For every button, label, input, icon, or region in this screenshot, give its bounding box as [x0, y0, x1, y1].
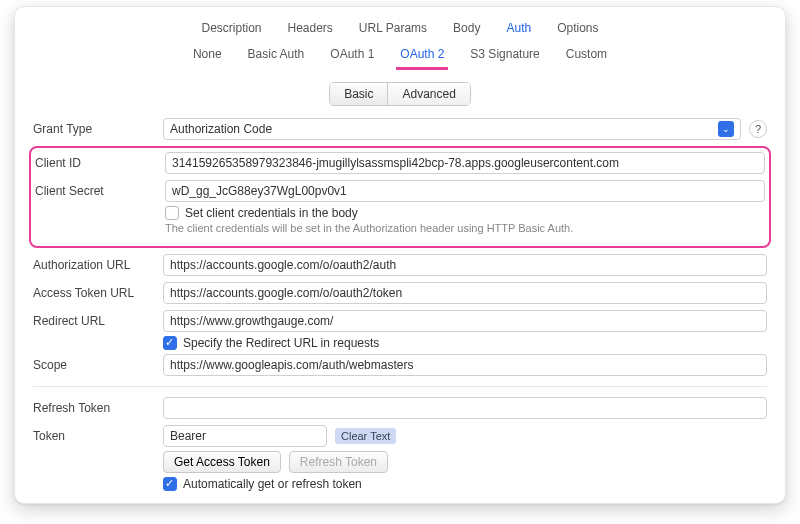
- tab-body[interactable]: Body: [449, 19, 484, 41]
- grant-type-help-icon[interactable]: ?: [749, 120, 767, 138]
- clear-text-button[interactable]: Clear Text: [335, 428, 396, 444]
- creds-hint: The client credentials will be set in th…: [165, 222, 765, 234]
- tab-description[interactable]: Description: [197, 19, 265, 41]
- set-creds-in-body-checkbox[interactable]: [165, 206, 179, 220]
- auth-tab-oauth1[interactable]: OAuth 1: [326, 45, 378, 70]
- token-type-input[interactable]: [163, 425, 327, 447]
- scope-input[interactable]: [163, 354, 767, 376]
- access-token-url-label: Access Token URL: [33, 286, 153, 300]
- grant-type-value: Authorization Code: [170, 122, 272, 136]
- auth-tab-custom[interactable]: Custom: [562, 45, 611, 70]
- oauth-config-panel: Description Headers URL Params Body Auth…: [14, 6, 786, 504]
- grant-type-select[interactable]: Authorization Code ⌄: [163, 118, 741, 140]
- tab-url-params[interactable]: URL Params: [355, 19, 431, 41]
- tab-headers[interactable]: Headers: [284, 19, 337, 41]
- client-secret-label: Client Secret: [35, 184, 155, 198]
- authorization-url-input[interactable]: [163, 254, 767, 276]
- specify-redirect-checkbox[interactable]: [163, 336, 177, 350]
- grant-type-label: Grant Type: [33, 122, 153, 136]
- segment-basic[interactable]: Basic: [330, 83, 387, 105]
- client-credentials-highlight: Client ID Client Secret Set client crede…: [29, 146, 771, 248]
- refresh-token-label: Refresh Token: [33, 401, 153, 415]
- redirect-url-label: Redirect URL: [33, 314, 153, 328]
- auth-tab-none[interactable]: None: [189, 45, 226, 70]
- auth-tab-s3[interactable]: S3 Signature: [466, 45, 543, 70]
- redirect-url-input[interactable]: [163, 310, 767, 332]
- auth-tab-basic[interactable]: Basic Auth: [244, 45, 309, 70]
- client-id-input[interactable]: [165, 152, 765, 174]
- mode-segment: Basic Advanced: [329, 82, 471, 106]
- auth-subtabs: None Basic Auth OAuth 1 OAuth 2 S3 Signa…: [15, 45, 785, 74]
- specify-redirect-label: Specify the Redirect URL in requests: [183, 336, 379, 350]
- auto-refresh-label: Automatically get or refresh token: [183, 477, 362, 491]
- authorization-url-label: Authorization URL: [33, 258, 153, 272]
- refresh-token-button[interactable]: Refresh Token: [289, 451, 388, 473]
- get-access-token-button[interactable]: Get Access Token: [163, 451, 281, 473]
- segment-advanced[interactable]: Advanced: [387, 83, 469, 105]
- auth-tab-oauth2[interactable]: OAuth 2: [396, 45, 448, 70]
- tab-options[interactable]: Options: [553, 19, 602, 41]
- main-tabs: Description Headers URL Params Body Auth…: [15, 7, 785, 45]
- token-label: Token: [33, 429, 153, 443]
- refresh-token-input[interactable]: [163, 397, 767, 419]
- scope-label: Scope: [33, 358, 153, 372]
- section-divider: [33, 386, 767, 387]
- tab-auth[interactable]: Auth: [502, 19, 535, 41]
- access-token-url-input[interactable]: [163, 282, 767, 304]
- set-creds-in-body-label: Set client credentials in the body: [185, 206, 358, 220]
- client-id-label: Client ID: [35, 156, 155, 170]
- dropdown-caret-icon: ⌄: [718, 121, 734, 137]
- client-secret-input[interactable]: [165, 180, 765, 202]
- auto-refresh-checkbox[interactable]: [163, 477, 177, 491]
